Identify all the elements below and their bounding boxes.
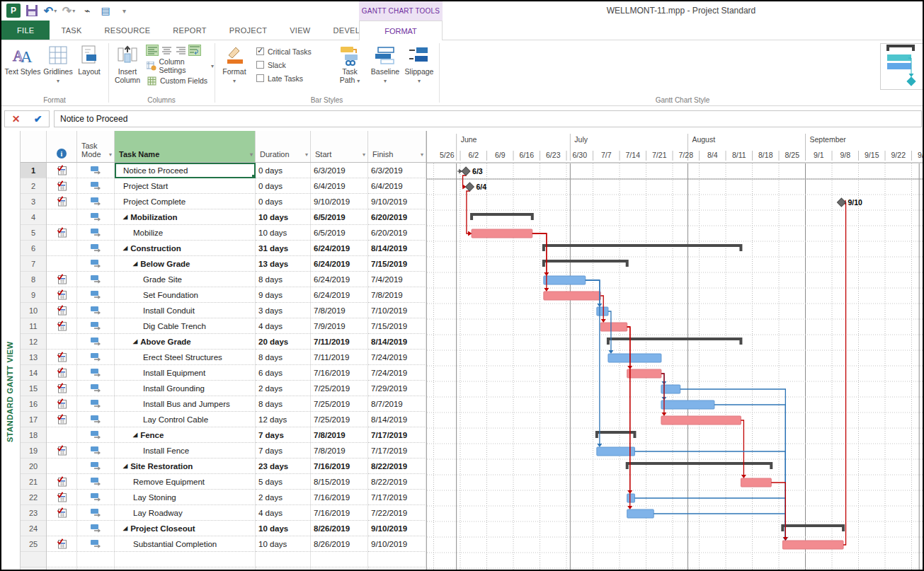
align-center-icon[interactable]: [160, 45, 173, 56]
accept-entry-icon[interactable]: ✔: [34, 113, 42, 125]
summary-bar[interactable]: [782, 526, 843, 531]
duration-cell[interactable]: 10 days: [256, 209, 311, 225]
task-name-cell[interactable]: ◢Mobilization: [115, 209, 256, 225]
finish-cell[interactable]: 6/20/2019: [368, 225, 426, 241]
info-cell[interactable]: [47, 365, 77, 381]
header-info[interactable]: i: [47, 131, 77, 162]
slippage-button[interactable]: Slippage▾: [402, 43, 436, 94]
duration-cell[interactable]: 2 days: [256, 490, 311, 505]
redo-icon[interactable]: ↷▾: [61, 4, 76, 18]
info-cell[interactable]: [47, 163, 77, 178]
tab-view[interactable]: VIEW: [278, 21, 321, 40]
info-cell[interactable]: [47, 350, 77, 365]
row-number[interactable]: 10: [21, 303, 47, 318]
info-cell[interactable]: [47, 427, 77, 443]
slack-checkbox[interactable]: Slack: [256, 58, 312, 71]
row-number[interactable]: 14: [21, 365, 47, 381]
task-name-cell[interactable]: ◢Below Grade: [115, 256, 256, 272]
info-cell[interactable]: [47, 474, 77, 490]
start-cell[interactable]: 7/8/2019: [311, 443, 368, 458]
duration-cell[interactable]: 4 days: [256, 318, 311, 334]
chevron-down-icon[interactable]: ▾: [250, 151, 253, 158]
row-number[interactable]: 20: [21, 458, 47, 474]
task-name-cell[interactable]: ◢Fence: [115, 427, 256, 443]
row-number[interactable]: 23: [21, 505, 47, 521]
task-mode-cell[interactable]: [77, 490, 115, 505]
info-cell[interactable]: [47, 412, 77, 427]
collapse-triangle-icon[interactable]: ◢: [133, 432, 137, 438]
selection-handle[interactable]: [252, 175, 256, 178]
task-bar[interactable]: [661, 400, 714, 409]
task-name-cell[interactable]: ◢Construction: [115, 241, 256, 256]
header-row-number[interactable]: [21, 131, 47, 162]
collapse-triangle-icon[interactable]: ◢: [133, 260, 137, 267]
form-icon[interactable]: ▤: [98, 4, 113, 18]
start-cell[interactable]: 6/24/2019: [311, 272, 368, 287]
start-cell[interactable]: 6/5/2019: [311, 209, 368, 225]
summary-bar[interactable]: [472, 214, 532, 220]
task-name-cell[interactable]: Erect Steel Structures: [115, 350, 256, 365]
duration-cell[interactable]: 5 days: [256, 474, 311, 490]
collapse-triangle-icon[interactable]: ◢: [123, 525, 127, 531]
custom-fields-button[interactable]: Custom Fields: [146, 74, 207, 88]
start-cell[interactable]: 9/10/2019: [311, 194, 368, 209]
finish-cell[interactable]: 7/15/2019: [368, 318, 426, 334]
task-name-cell[interactable]: Project Start: [115, 178, 256, 194]
task-name-cell[interactable]: Install Fence: [115, 443, 256, 458]
task-mode-cell[interactable]: [77, 458, 115, 474]
summary-bar[interactable]: [544, 261, 627, 267]
finish-cell[interactable]: 6/20/2019: [368, 209, 426, 225]
finish-cell[interactable]: 9/10/2019: [368, 521, 426, 536]
row-number[interactable]: 25: [21, 536, 47, 552]
start-cell[interactable]: 6/24/2019: [311, 241, 368, 256]
task-name-cell[interactable]: Set Foundation: [115, 287, 256, 303]
row-number[interactable]: 7: [21, 256, 47, 272]
wrap-text-icon[interactable]: [188, 45, 201, 56]
task-name-cell[interactable]: Lay Stoning: [115, 490, 256, 505]
row-number[interactable]: 2: [21, 178, 47, 194]
start-cell[interactable]: 7/25/2019: [311, 396, 368, 412]
row-number[interactable]: 4: [21, 209, 47, 225]
task-bar[interactable]: [627, 494, 635, 502]
duration-cell[interactable]: 12 days: [256, 412, 311, 427]
task-bar[interactable]: [627, 509, 654, 518]
baseline-button[interactable]: Baseline▾: [368, 43, 402, 94]
info-cell[interactable]: [47, 536, 77, 552]
task-mode-cell[interactable]: [77, 241, 115, 256]
duration-cell[interactable]: 3 days: [256, 303, 311, 318]
task-mode-cell[interactable]: [77, 178, 115, 194]
task-name-cell[interactable]: Remove Equipment: [115, 474, 256, 490]
milestone-diamond[interactable]: [837, 198, 845, 207]
task-name-cell[interactable]: Substantial Completion: [115, 536, 256, 552]
layout-button[interactable]: Layout: [71, 43, 108, 94]
row-number[interactable]: 24: [21, 521, 47, 536]
duration-cell[interactable]: 0 days: [256, 163, 311, 178]
finish-cell[interactable]: 7/17/2019: [368, 490, 426, 505]
info-cell[interactable]: [47, 272, 77, 287]
summary-bar[interactable]: [597, 432, 635, 438]
critical-task-bar[interactable]: [782, 541, 843, 549]
finish-cell[interactable]: 9/10/2019: [368, 536, 426, 552]
text-styles-button[interactable]: AA Text Styles: [4, 43, 41, 94]
task-name-cell[interactable]: Lay Roadway: [115, 505, 256, 521]
row-number[interactable]: 3: [21, 194, 47, 209]
info-cell[interactable]: [47, 381, 77, 396]
task-mode-cell[interactable]: [77, 536, 115, 552]
task-bar[interactable]: [597, 307, 608, 316]
task-mode-cell[interactable]: [77, 256, 115, 272]
critical-task-bar[interactable]: [544, 292, 600, 300]
align-right-icon[interactable]: [174, 45, 187, 56]
duration-cell[interactable]: 8 days: [256, 350, 311, 365]
critical-tasks-checkbox[interactable]: Critical Tasks: [256, 45, 312, 58]
gantt-style-swatch[interactable]: [885, 44, 916, 89]
milestone-diamond[interactable]: [462, 167, 470, 175]
align-left-icon[interactable]: [146, 45, 159, 56]
info-cell[interactable]: [47, 458, 77, 474]
task-mode-cell[interactable]: [77, 272, 115, 287]
info-cell[interactable]: [47, 209, 77, 225]
task-name-cell[interactable]: Project Complete: [115, 194, 256, 209]
info-cell[interactable]: [47, 334, 77, 350]
task-mode-cell[interactable]: [77, 365, 115, 381]
critical-task-bar[interactable]: [627, 369, 661, 378]
row-number[interactable]: 6: [21, 241, 47, 256]
